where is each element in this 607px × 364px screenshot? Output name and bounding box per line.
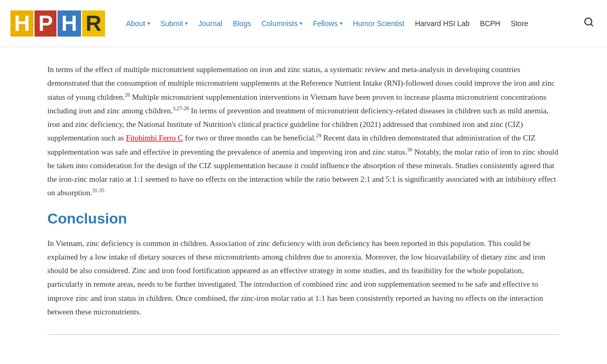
nav-fellows[interactable]: Fellows ▾ <box>307 19 347 28</box>
fitobimbi-link[interactable]: Fitobimbi Ferro C <box>126 134 183 142</box>
search-button[interactable] <box>581 14 597 32</box>
conclusion-title: Conclusion <box>48 210 560 227</box>
svg-line-1 <box>591 24 593 26</box>
nav-store[interactable]: Store <box>506 19 533 28</box>
main-nav: About ▾ Submit ▾ Journal Blogs Columnist… <box>121 19 581 28</box>
nav-blogs[interactable]: Blogs <box>227 19 256 28</box>
chevron-down-icon: ▾ <box>300 20 302 26</box>
nav-journal[interactable]: Journal <box>193 19 227 28</box>
nav-harvard-hsi-lab[interactable]: Harvard HSI Lab <box>410 19 475 28</box>
logo[interactable]: H P H R <box>10 10 105 37</box>
nav-bcph[interactable]: BCPH <box>475 19 506 28</box>
logo-h: H <box>10 10 33 37</box>
chevron-down-icon: ▾ <box>147 20 150 26</box>
nav-humor-scientist[interactable]: Humor Scientist <box>348 19 410 28</box>
conclusion-paragraph: In Vietnam, zinc deficiency is common in… <box>48 237 560 319</box>
main-content: In terms of the effect of multiple micro… <box>27 47 581 356</box>
logo-h2: H <box>58 10 81 37</box>
nav-submit[interactable]: Submit ▾ <box>155 19 193 28</box>
section-divider <box>48 334 560 335</box>
header: H P H R About ▾ Submit ▾ Journal Blogs C… <box>0 0 607 47</box>
nav-about[interactable]: About ▾ <box>121 19 155 28</box>
logo-r: R <box>82 10 105 37</box>
body-paragraph-1: In terms of the effect of multiple micro… <box>48 63 560 200</box>
chevron-down-icon: ▾ <box>185 20 188 26</box>
nav-columnists[interactable]: Columnists ▾ <box>256 19 307 28</box>
chevron-down-icon: ▾ <box>340 20 342 26</box>
logo-p: P <box>35 10 56 37</box>
